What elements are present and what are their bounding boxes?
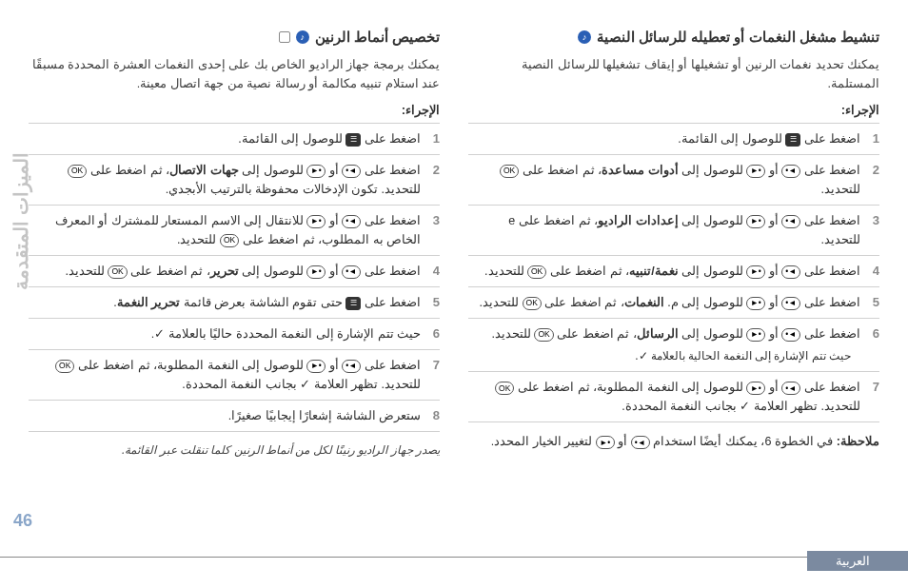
- step-item: اضغط على ◄• أو •► للوصول إلى م. النغمات،…: [468, 287, 879, 319]
- note: ملاحظة: في الخطوة 6، يمكنك أيضًا استخدام…: [468, 432, 879, 451]
- left-key-icon: ◄•: [342, 265, 361, 279]
- step-item: اضغط على ◄• أو •► للوصول إلى جهات الاتصا…: [29, 155, 440, 206]
- note-text: في الخطوة 6، يمكنك أيضًا استخدام ◄• أو •…: [491, 435, 834, 448]
- language-tab: العربية: [807, 551, 908, 571]
- menu-key-icon: ☰: [785, 133, 800, 147]
- section-title-text: تخصيص أنماط الرنين: [315, 29, 440, 46]
- step-item: اضغط على ◄• أو •► للوصول إلى النغمة المط…: [29, 350, 440, 401]
- procedure-label: الإجراء:: [468, 103, 879, 117]
- left-key-icon: ◄•: [781, 215, 800, 228]
- right-key-icon: •►: [306, 215, 326, 228]
- step-item: اضغط على ◄• أو •► للانتقال إلى الاسم الم…: [29, 206, 440, 256]
- left-key-icon: ◄•: [342, 215, 361, 228]
- intro-text: يمكنك تحديد نغمات الرنين أو تشغيلها أو إ…: [468, 55, 879, 93]
- right-key-icon: •►: [746, 328, 765, 342]
- step-item: اضغط على ☰ للوصول إلى القائمة.: [29, 124, 440, 155]
- left-key-icon: ◄•: [781, 382, 800, 395]
- ok-key-icon: OK: [523, 297, 542, 310]
- ok-key-icon: OK: [55, 360, 74, 373]
- step-item: اضغط على ◄• أو •► للوصول إلى إعدادات الر…: [468, 206, 879, 256]
- ok-key-icon: OK: [495, 382, 514, 395]
- steps-list-left: اضغط على ☰ للوصول إلى القائمة.اضغط على ◄…: [29, 123, 440, 432]
- right-key-icon: •►: [306, 360, 326, 373]
- step-item: اضغط على ◄• أو •► للوصول إلى النغمة المط…: [468, 372, 879, 422]
- left-key-icon: ◄•: [342, 360, 361, 373]
- steps-list-right: اضغط على ☰ للوصول إلى القائمة.اضغط على ◄…: [468, 123, 879, 422]
- footer-rule: [0, 557, 908, 558]
- speaker-icon: ♪: [578, 30, 591, 44]
- left-key-icon: ◄•: [781, 297, 800, 310]
- page-number: 46: [13, 511, 32, 531]
- ok-key-icon: OK: [500, 165, 519, 178]
- right-key-icon: •►: [306, 165, 326, 178]
- menu-key-icon: ☰: [345, 133, 361, 147]
- section-title-ring-patterns: تخصيص أنماط الرنين ♪: [29, 29, 440, 46]
- right-key-icon: •►: [746, 165, 765, 178]
- right-key-icon: •►: [746, 382, 765, 395]
- section-title-tones-toggle: تنشيط مشغل النغمات أو تعطيله للرسائل الن…: [468, 29, 879, 46]
- right-column: تنشيط مشغل النغمات أو تعطيله للرسائل الن…: [468, 29, 879, 460]
- right-key-icon: •►: [746, 215, 765, 228]
- left-column: تخصيص أنماط الرنين ♪ يمكنك برمجة جهاز ال…: [29, 29, 440, 460]
- step-item: اضغط على ◄• أو •► للوصول إلى تحرير، ثم ا…: [29, 256, 440, 287]
- section-title-text: تنشيط مشغل النغمات أو تعطيله للرسائل الن…: [597, 29, 879, 46]
- menu-key-icon: ☰: [345, 297, 361, 310]
- ok-key-icon: OK: [527, 265, 546, 279]
- checkbox-icon: [279, 31, 290, 43]
- procedure-label: الإجراء:: [29, 103, 440, 117]
- step-item: اضغط على ◄• أو •► للوصول إلى الرسائل، ثم…: [468, 319, 879, 372]
- ok-key-icon: OK: [220, 234, 239, 247]
- right-key-icon: •►: [746, 265, 765, 279]
- left-key-icon: ◄•: [781, 328, 800, 342]
- step-item: اضغط على ◄• أو •► للوصول إلى نغمة/تنبيه،…: [468, 256, 879, 287]
- side-chapter-label: الميزات المتقدمة: [10, 152, 32, 290]
- left-key-icon: ◄•: [781, 265, 800, 279]
- left-key-icon: ◄•: [342, 165, 361, 178]
- right-key-icon: •►: [596, 436, 615, 449]
- right-key-icon: •►: [306, 265, 326, 279]
- left-key-icon: ◄•: [781, 165, 800, 178]
- right-key-icon: •►: [746, 297, 765, 310]
- footnote: يصدر جهاز الراديو رنينًا لكل من أنماط ال…: [29, 441, 440, 460]
- ok-key-icon: OK: [108, 265, 127, 279]
- ok-key-icon: OK: [68, 165, 87, 178]
- left-key-icon: ◄•: [631, 436, 650, 449]
- step-item: حيث تتم الإشارة إلى النغمة المحددة حاليً…: [29, 319, 440, 350]
- step-item: ستعرض الشاشة إشعارًا إيجابيًا صغيرًا.: [29, 401, 440, 432]
- step-item: اضغط على ☰ للوصول إلى القائمة.: [468, 124, 879, 155]
- intro-text: يمكنك برمجة جهاز الراديو الخاص بك على إح…: [29, 55, 440, 93]
- note-label: ملاحظة:: [837, 435, 879, 448]
- speaker-icon: ♪: [296, 30, 309, 44]
- step-item: اضغط على ◄• أو •► للوصول إلى أدوات مساعد…: [468, 155, 879, 206]
- step-item: اضغط على ☰ حتى تقوم الشاشة بعرض قائمة تح…: [29, 287, 440, 319]
- step-sub: حيث تتم الإشارة إلى النغمة الحالية بالعل…: [468, 347, 860, 365]
- ok-key-icon: OK: [534, 328, 553, 342]
